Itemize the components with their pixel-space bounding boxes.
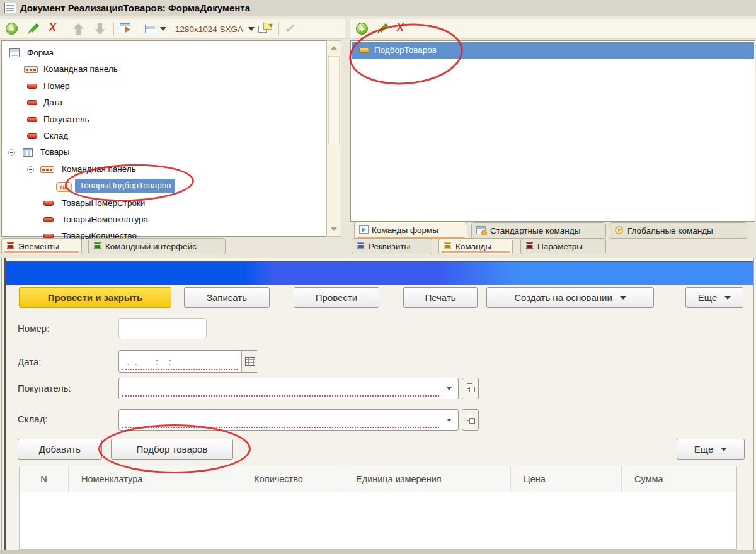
check-icon: ✓ [284,21,294,36]
tab-elements[interactable]: Элементы [1,238,82,254]
command-bar-icon [40,166,54,173]
tree-item-warehouse[interactable]: Склад [2,128,326,144]
tree-scrollbar[interactable] [326,40,341,237]
tree-item-command-bar[interactable]: Командная панель [2,61,326,77]
active-tab-underline [441,251,510,253]
dropdown-caret-icon [620,296,626,300]
scroll-up-icon [331,46,337,50]
post-button[interactable]: Провести [294,287,379,308]
number-label: Номер: [18,323,49,334]
layout-icon [145,25,156,33]
resolution-caret-icon[interactable] [248,27,255,31]
arrow-down-icon [94,23,105,35]
tree-item-goods-nomenclature[interactable]: ТоварыНоменклатура [2,212,326,228]
buyer-dropdown-button[interactable] [443,378,458,399]
print-button[interactable]: Печать [403,287,478,308]
preview-border-line [1,258,2,554]
tab-global-commands[interactable]: Глобальные команды [610,222,747,239]
pencil-icon [27,23,40,35]
field-icon [43,217,54,222]
calendar-button[interactable] [241,351,258,372]
tab-attributes[interactable]: Реквизиты [352,238,432,254]
dropdown-caret-icon [721,448,727,451]
number-field[interactable] [118,318,207,339]
green-stack-icon [94,242,101,251]
dropdown-caret-icon [447,419,452,422]
column-header-sum[interactable]: Сумма [622,466,736,492]
form-elements-tree: Форма Командная панель Номер Дата Покупа… [1,40,341,237]
tab-commands[interactable]: Команды [438,238,513,254]
layout-mode-button[interactable] [144,21,160,37]
tab-parameters[interactable]: Параметры [520,238,606,254]
scroll-up-button[interactable] [328,42,340,54]
dropdown-caret-icon [447,387,452,390]
resolution-selector[interactable]: 1280x1024 SXGA [175,25,243,34]
form-icon [9,48,20,57]
tab-form-commands[interactable]: Команды формы [354,222,467,239]
scroll-down-button[interactable] [328,223,340,235]
items-table-body[interactable] [20,492,736,550]
more-button[interactable]: Еще [685,287,743,308]
column-header-quantity[interactable]: Количество [241,466,343,492]
create-based-on-button[interactable]: Создать на основании [486,287,654,308]
warehouse-choose-button[interactable] [462,409,479,431]
edit-button[interactable] [25,21,42,37]
date-field[interactable] [118,350,258,373]
tree-item-goods-line-number[interactable]: ТоварыНомерСтроки [2,195,326,212]
save-button[interactable]: Записать [184,287,270,308]
bottom-strip [0,550,756,554]
tab-standard-commands[interactable]: Стандартные команды [471,222,606,239]
number-input[interactable] [119,319,206,339]
swap-windows-button[interactable] [257,21,273,37]
delete-button[interactable]: X [47,21,63,37]
column-header-n[interactable]: N [20,466,69,492]
table-icon [23,148,33,157]
annotation-ellipse-pick-button [98,424,251,473]
move-down-button[interactable] [92,21,108,37]
column-header-price[interactable]: Цена [511,466,622,492]
maroon-stack-icon [526,242,534,251]
tree-item-buyer[interactable]: Покупатель [2,111,326,128]
scrollbar-thumb[interactable] [328,56,340,144]
field-icon [27,100,37,105]
preview-window-titlebar [6,261,753,285]
add-icon: + [6,23,18,35]
column-header-unit[interactable]: Единица измерения [343,466,511,492]
apply-button[interactable]: ✓ [282,21,299,37]
tree-item-form[interactable]: Форма [2,45,326,61]
buyer-label: Покупатель: [18,383,71,393]
tree-item-number[interactable]: Номер [2,78,326,94]
items-more-button[interactable]: Еще [677,439,745,460]
buyer-choose-button[interactable] [462,378,479,399]
layout-caret-icon[interactable] [160,27,166,31]
field-icon [43,201,54,206]
collapse-icon[interactable] [27,166,34,173]
toolbar-separator [113,22,114,36]
required-field-underline [122,395,439,397]
warehouse-dropdown-button[interactable] [443,410,458,430]
post-and-close-button[interactable]: Провести и закрыть [19,287,171,308]
tab-command-interface[interactable]: Командный интерфейс [88,238,226,254]
red-stack-icon [7,242,14,251]
toolbar-separator [67,22,67,36]
buyer-field[interactable] [118,378,459,399]
items-table: N Номенклатура Количество Единица измере… [19,466,737,550]
circle-play-icon [615,226,623,234]
warehouse-label: Склад: [18,414,48,424]
date-label: Дата: [18,356,41,367]
scroll-down-icon [331,227,337,231]
toolbar-separator [169,22,169,36]
window-play-icon [359,225,369,234]
active-tab-underline [4,251,79,253]
toolbar-separator [140,22,140,36]
add-button[interactable]: + [4,21,20,37]
window-title: Документ РеализацияТоваров: ФормаДокумен… [20,3,250,13]
move-up-button[interactable] [71,21,87,37]
toolbar-separator [278,22,279,36]
tree-item-goods[interactable]: Товары [2,144,326,161]
check-form-button[interactable] [118,21,135,37]
tree-item-date[interactable]: Дата [2,94,326,111]
dropdown-caret-icon [724,296,731,300]
collapse-icon[interactable] [8,149,15,156]
add-row-button[interactable]: Добавить [18,439,102,460]
